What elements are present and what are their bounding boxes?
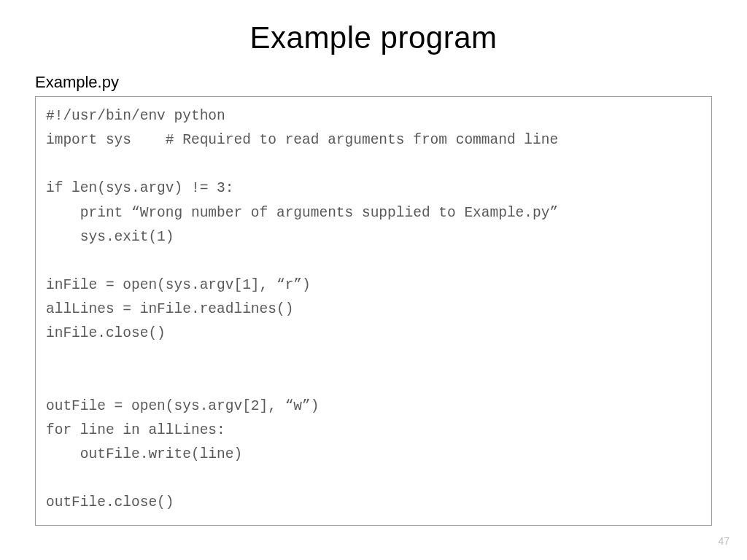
- code-block: #!/usr/bin/env python import sys # Requi…: [35, 96, 712, 526]
- slide: Example program Example.py #!/usr/bin/en…: [0, 0, 747, 560]
- code-filename: Example.py: [35, 73, 712, 92]
- page-number: 47: [718, 535, 729, 547]
- slide-title: Example program: [35, 20, 712, 55]
